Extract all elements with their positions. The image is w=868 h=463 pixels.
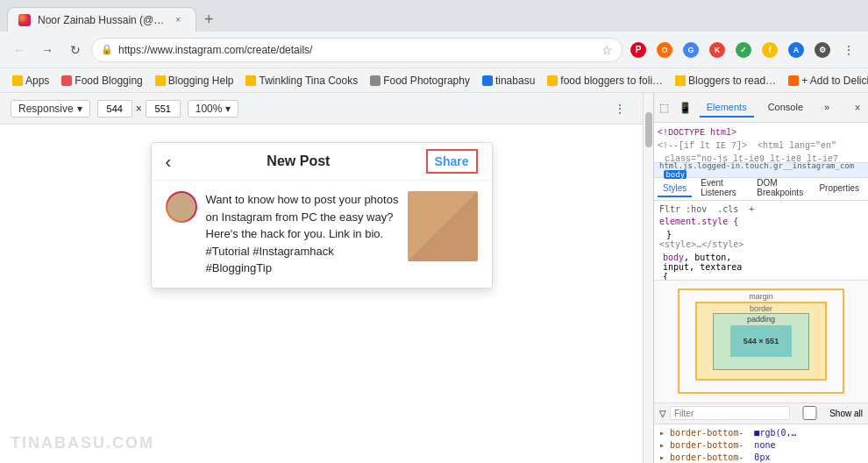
ext-icon-1[interactable]: O — [652, 38, 677, 62]
styles-content: Fltr :hov .cls + element.style { } <styl… — [654, 201, 868, 280]
tab-close-button[interactable]: × — [171, 13, 185, 27]
address-bar: ← → ↻ 🔒 https://www.instagram.com/create… — [0, 32, 868, 68]
styles-tab-event-listeners[interactable]: Event Listeners — [695, 175, 748, 202]
devtools-tab-elements[interactable]: Elements — [700, 98, 754, 118]
viewport: Responsive ▾ × 100% ▾ ⋮ — [0, 93, 643, 463]
modal-back-button[interactable]: ‹ — [166, 152, 172, 172]
border-label: border — [750, 304, 772, 313]
apps-folder-icon — [12, 75, 23, 86]
food-photography-icon — [370, 75, 381, 86]
bookmark-tinabasu[interactable]: tinabasu — [477, 73, 540, 89]
modal-title: New Post — [171, 153, 425, 169]
browser-frame: Noor Zainab Hussain (@… × + ← → ↻ 🔒 http… — [0, 0, 868, 463]
blogging-help-folder-icon — [155, 75, 166, 86]
bookmark-food-bloggers[interactable]: food bloggers to foli… — [542, 73, 668, 89]
style-selector: element.style { — [659, 217, 738, 226]
css-filter-input[interactable] — [670, 406, 790, 420]
style-rule-close: } — [659, 230, 863, 239]
new-tab-button[interactable]: + — [196, 7, 221, 32]
tab-favicon — [18, 14, 31, 26]
post-row: Want to know how to post your photos on … — [166, 191, 478, 277]
chevron-down-icon: ▾ — [77, 103, 82, 115]
bookmark-star-icon[interactable]: ☆ — [601, 43, 613, 57]
post-caption-text[interactable]: Want to know how to post your photos on … — [206, 191, 399, 277]
devtools-inspect-icon[interactable]: ⬚ — [658, 97, 672, 118]
food-bloggers-icon — [547, 75, 558, 86]
devtools-tab-more[interactable]: » — [817, 98, 836, 118]
scrollbar-thumb[interactable] — [645, 112, 652, 147]
browser-content: Responsive ▾ × 100% ▾ ⋮ — [0, 93, 868, 463]
bookmark-blogging-help[interactable]: Blogging Help — [150, 73, 239, 89]
padding-label: padding — [747, 315, 775, 324]
css-rule-border-bottom-style: ▸ border-bottom- none — [659, 440, 863, 450]
devtools-close-button[interactable]: × — [850, 97, 864, 118]
styles-tab-styles[interactable]: Styles — [658, 181, 692, 197]
devtools-tab-console[interactable]: Console — [761, 98, 810, 118]
viewport-width-input[interactable] — [97, 100, 132, 118]
responsive-toolbar: Responsive ▾ × 100% ▾ ⋮ — [0, 93, 643, 125]
css-filter-bar: ▽ Show all — [654, 402, 868, 424]
tab-bar: Noor Zainab Hussain (@… × + — [0, 0, 868, 32]
reload-button[interactable]: ↻ — [63, 38, 88, 62]
filter-icon: ▽ — [659, 409, 666, 418]
bookmark-bloggers-to-read[interactable]: Bloggers to read… — [670, 73, 781, 89]
url-bar[interactable]: 🔒 https://www.instagram.com/create/detai… — [91, 38, 623, 62]
viewport-scrollbar[interactable] — [643, 93, 653, 463]
devtools-device-icon[interactable]: 📱 — [679, 97, 693, 118]
filter-label: Fltr :hov .cls + — [659, 204, 754, 214]
viewport-height-input[interactable] — [146, 100, 181, 118]
box-border: border padding 544 × 551 — [695, 302, 827, 381]
twinkling-tina-folder-icon — [245, 75, 256, 86]
css-rule-border-bottom-width: ▸ border-bottom- 0px — [659, 452, 863, 462]
devtools-styles-tabs: Styles Event Listeners DOM Breakpoints P… — [654, 178, 868, 201]
browser-tab[interactable]: Noor Zainab Hussain (@… × — [7, 7, 196, 32]
code-line: <!--[if lt IE 7]> <html lang="en" — [658, 139, 864, 153]
responsive-mode-dropdown[interactable]: Responsive ▾ — [11, 100, 90, 118]
css-properties-list: ▸ border-bottom- ■rgb(0,… ▸ border-botto… — [654, 424, 868, 464]
chrome-menu-icon[interactable]: ⋮ — [836, 38, 861, 62]
forward-button[interactable]: → — [35, 38, 60, 62]
chevron-down-icon: ▾ — [225, 103, 231, 115]
style-selector-body2: input, textarea — [659, 262, 863, 272]
modal-header: ‹ New Post Share — [152, 143, 492, 181]
responsive-options-icon[interactable]: ⋮ — [608, 96, 632, 121]
show-all-label: Show all — [829, 409, 863, 418]
bookmark-twinkling-tina[interactable]: Twinkling Tina Cooks — [240, 73, 363, 89]
bloggers-to-read-folder-icon — [675, 75, 686, 86]
add-to-delicious-icon — [788, 75, 799, 86]
ext-icon-4[interactable]: ✓ — [731, 38, 756, 62]
bookmarks-bar: Apps Food Blogging Blogging Help Twinkli… — [0, 68, 868, 93]
ext-icon-6[interactable]: A — [784, 38, 808, 62]
show-all-checkbox[interactable] — [793, 406, 826, 420]
box-model: margin border padding 544 × 551 — [654, 280, 868, 402]
style-rule-body: <style>…</style> — [659, 239, 863, 249]
ext-icon-5[interactable]: f — [758, 38, 782, 62]
browser-toolbar-icons: P O G K ✓ f A ⚙ ⋮ — [626, 38, 861, 62]
back-button[interactable]: ← — [7, 38, 32, 62]
style-selector-body: body, button, — [659, 253, 863, 262]
pinterest-icon[interactable]: P — [626, 38, 651, 62]
tab-title: Noor Zainab Hussain (@… — [38, 14, 164, 26]
bookmark-apps[interactable]: Apps — [7, 73, 54, 89]
styles-tab-properties[interactable]: Properties — [814, 181, 864, 197]
box-padding: padding 544 × 551 — [713, 313, 809, 370]
tinabasu-icon — [482, 75, 493, 86]
avatar-inner — [167, 193, 196, 221]
css-rule-border-bottom-color: ▸ border-bottom- ■rgb(0,… — [659, 428, 863, 438]
ext-icon-7[interactable]: ⚙ — [810, 38, 835, 62]
bookmark-food-blogging[interactable]: Food Blogging — [56, 73, 147, 89]
style-source: <style>…</style> — [659, 239, 743, 249]
viewport-size: × — [97, 100, 181, 118]
bookmark-food-photography[interactable]: Food Photography — [365, 73, 475, 89]
food-blogging-icon — [61, 75, 72, 86]
box-content-size: 544 × 551 — [730, 325, 792, 357]
style-rule-element: element.style { — [659, 217, 863, 226]
ext-icon-2[interactable]: G — [679, 38, 703, 62]
bookmark-add-to-delicious[interactable]: + Add to Delicious — [783, 73, 868, 89]
styles-tab-dom-breakpoints[interactable]: DOM Breakpoints — [751, 175, 810, 202]
zoom-dropdown[interactable]: 100% ▾ — [188, 100, 239, 118]
filter-row: Fltr :hov .cls + — [659, 204, 863, 214]
ext-icon-3[interactable]: K — [705, 38, 729, 62]
modal-share-button[interactable]: Share — [426, 149, 478, 174]
lock-icon: 🔒 — [101, 44, 113, 55]
